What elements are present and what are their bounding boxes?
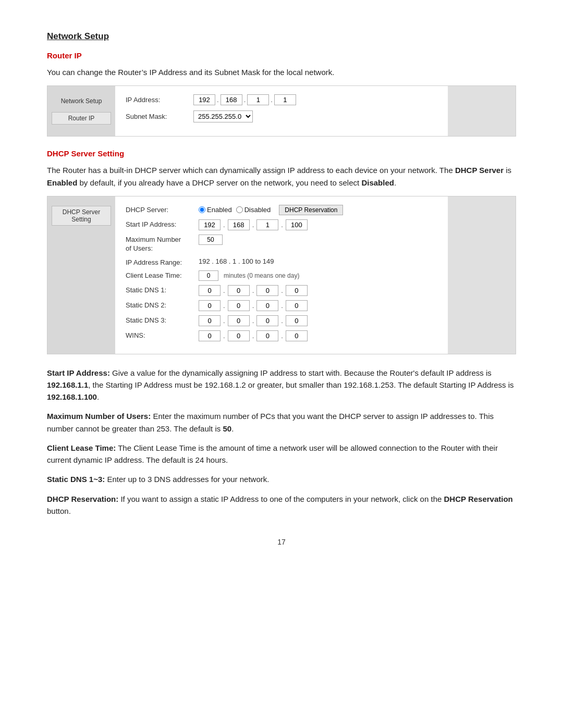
ip-octet-2[interactable]: [221, 94, 242, 105]
static-dns1-inputs: . . .: [199, 285, 308, 296]
start-ip-octet-4[interactable]: [286, 219, 308, 230]
max-users-value: [199, 235, 223, 245]
start-ip-octet-2[interactable]: [228, 219, 250, 230]
max-users-row: Maximum Numberof Users:: [126, 235, 437, 253]
static-dns-paragraph: Static DNS 1~3: Enter up to 3 DNS addres…: [47, 473, 516, 485]
subnet-mask-select[interactable]: 255.255.255.0 255.255.0.0 255.0.0.0: [193, 110, 253, 122]
start-ip-octet-1[interactable]: [199, 219, 221, 230]
dns3-octet-4[interactable]: [286, 315, 308, 326]
dhcp-right-gray: [448, 196, 516, 354]
dns1-octet-4[interactable]: [286, 285, 308, 296]
page-number: 17: [47, 538, 516, 546]
static-dns1-row: Static DNS 1: . . .: [126, 285, 437, 296]
ip-sep-2: .: [244, 96, 246, 104]
ip-address-row: IP Address: . . .: [126, 94, 437, 105]
page-title: Network Setup: [47, 31, 516, 42]
dns1-octet-2[interactable]: [228, 285, 250, 296]
disabled-radio-text: Disabled: [244, 206, 271, 214]
default-start-ip-bold: 192.168.1.100: [47, 392, 97, 401]
ip-octet-1[interactable]: [193, 94, 215, 105]
enabled-radio-text: Enabled: [207, 206, 232, 214]
dhcp-reservation-button[interactable]: DHCP Reservation: [279, 205, 343, 215]
max-users-bold: Maximum Number of Users:: [47, 412, 151, 421]
router-ip-sidebar: Network Setup Router IP: [47, 86, 115, 136]
router-ip-description: You can change the Router’s IP Address a…: [47, 66, 516, 78]
start-ip-octet-3[interactable]: [256, 219, 278, 230]
start-ip-paragraph: Start IP Address: Give a value for the d…: [47, 367, 516, 403]
wins-inputs: . . .: [199, 330, 308, 341]
ip-range-label: IP Address Range:: [126, 257, 199, 266]
router-ip-title: Router IP: [47, 51, 516, 60]
dns3-octet-2[interactable]: [228, 315, 250, 326]
dhcp-reservation-inline-bold: DHCP Reservation: [444, 495, 512, 503]
wins-row: WINS: . . .: [126, 330, 437, 341]
default-ip-bold: 192.168.1.1: [47, 380, 88, 389]
ip-range-row: IP Address Range: 192 . 168 . 1 . 100 to…: [126, 257, 437, 266]
enabled-bold: Enabled: [47, 178, 77, 187]
max-users-default-bold: 50: [223, 424, 231, 433]
dhcp-panel: DHCP Server Setting DHCP Server: Enabled…: [47, 196, 516, 354]
dhcp-reservation-bold: DHCP Reservation:: [47, 495, 118, 503]
wins-octet-3[interactable]: [256, 330, 278, 341]
dhcp-sidebar: DHCP Server Setting: [47, 196, 115, 354]
enabled-radio[interactable]: [199, 206, 205, 213]
dns1-octet-3[interactable]: [256, 285, 278, 296]
sidebar-item-router-ip[interactable]: Router IP: [52, 112, 111, 125]
dhcp-reservation-paragraph: DHCP Reservation: If you want to assign …: [47, 493, 516, 517]
dns1-octet-1[interactable]: [199, 285, 221, 296]
lease-time-value: minutes (0 means one day): [199, 270, 299, 281]
max-users-paragraph: Maximum Number of Users: Enter the maxim…: [47, 410, 516, 435]
ip-sep-1: .: [217, 96, 219, 104]
max-users-input[interactable]: [199, 235, 223, 245]
router-ip-right-gray: [448, 86, 516, 136]
lease-time-label: Client Lease Time:: [126, 270, 199, 279]
sidebar-item-dhcp[interactable]: DHCP Server Setting: [52, 206, 111, 226]
dns3-octet-3[interactable]: [256, 315, 278, 326]
sidebar-item-network-setup[interactable]: Network Setup: [52, 95, 111, 107]
static-dns2-row: Static DNS 2: . . .: [126, 300, 437, 311]
lease-time-input[interactable]: [199, 270, 218, 281]
static-dns-bold: Static DNS 1~3:: [47, 475, 105, 484]
ip-address-inputs: . . .: [193, 94, 296, 105]
static-dns3-label: Static DNS 3:: [126, 315, 199, 324]
wins-label: WINS:: [126, 330, 199, 339]
wins-octet-1[interactable]: [199, 330, 221, 341]
dns2-octet-1[interactable]: [199, 300, 221, 311]
client-lease-bold: Client Lease Time:: [47, 443, 116, 452]
enabled-radio-label[interactable]: Enabled: [199, 206, 232, 214]
dns2-octet-2[interactable]: [228, 300, 250, 311]
max-users-label: Maximum Numberof Users:: [126, 235, 199, 253]
lease-time-row: Client Lease Time: minutes (0 means one …: [126, 270, 437, 281]
dns3-octet-1[interactable]: [199, 315, 221, 326]
start-ip-row: Start IP Address: . . .: [126, 219, 437, 230]
ip-sep-3: .: [271, 96, 273, 104]
router-ip-form: IP Address: . . . Subnet Mask: 255.255.2…: [115, 86, 448, 136]
subnet-mask-label: Subnet Mask:: [126, 113, 193, 120]
dhcp-section-title: DHCP Server Setting: [47, 149, 516, 158]
dhcp-form: DHCP Server: Enabled Disabled DHCP Reser…: [115, 196, 448, 354]
dhcp-radio-group: Enabled Disabled: [199, 206, 271, 214]
disabled-radio-label[interactable]: Disabled: [236, 206, 271, 214]
static-dns3-row: Static DNS 3: . . .: [126, 315, 437, 326]
start-ip-bold: Start IP Address:: [47, 368, 110, 377]
dns2-octet-3[interactable]: [256, 300, 278, 311]
wins-octet-2[interactable]: [228, 330, 250, 341]
subnet-mask-row: Subnet Mask: 255.255.255.0 255.255.0.0 2…: [126, 110, 437, 122]
dhcp-description: The Router has a built-in DHCP server wh…: [47, 164, 516, 189]
lease-time-note: minutes (0 means one day): [224, 272, 299, 279]
static-dns2-label: Static DNS 2:: [126, 300, 199, 309]
dhcp-server-row: DHCP Server: Enabled Disabled DHCP Reser…: [126, 205, 437, 215]
disabled-radio[interactable]: [236, 206, 243, 213]
ip-octet-4[interactable]: [274, 94, 296, 105]
dhcp-server-value: Enabled Disabled DHCP Reservation: [199, 205, 343, 215]
start-ip-label: Start IP Address:: [126, 219, 199, 228]
ip-octet-3[interactable]: [247, 94, 269, 105]
ip-address-label: IP Address:: [126, 96, 193, 104]
router-ip-panel: Network Setup Router IP IP Address: . . …: [47, 85, 516, 137]
static-dns1-label: Static DNS 1:: [126, 285, 199, 294]
wins-octet-4[interactable]: [286, 330, 308, 341]
static-dns3-inputs: . . .: [199, 315, 308, 326]
static-dns2-inputs: . . .: [199, 300, 308, 311]
dhcp-server-label: DHCP Server:: [126, 205, 199, 214]
dns2-octet-4[interactable]: [286, 300, 308, 311]
